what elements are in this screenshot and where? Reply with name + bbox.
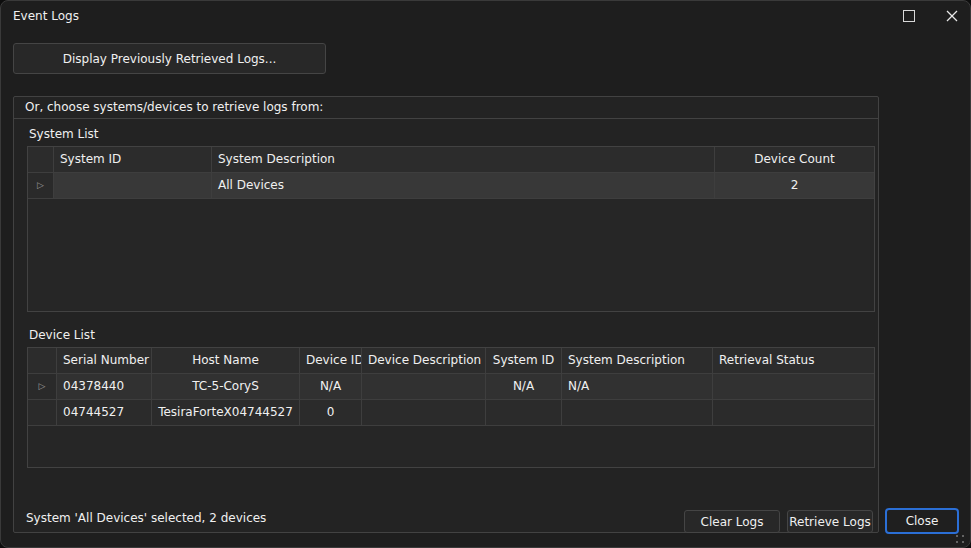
serial-number-cell[interactable]: 04378440	[57, 374, 152, 400]
system-col-device-count[interactable]: Device Count	[715, 147, 874, 173]
choose-systems-groupbox: Or, choose systems/devices to retrieve l…	[13, 96, 879, 533]
device-col-retrieval-status[interactable]: Retrieval Status	[713, 348, 874, 374]
system-list-label: System List	[29, 127, 99, 141]
device-col-device-id[interactable]: Device ID	[300, 348, 362, 374]
system-list-header-row: System ID System Description Device Coun…	[28, 147, 874, 173]
table-row[interactable]: ▷ 04378440 TC-5-CoryS N/A N/A N/A	[28, 374, 874, 400]
system-col-system-description[interactable]: System Description	[212, 147, 715, 173]
clear-logs-button[interactable]: Clear Logs	[684, 510, 780, 533]
resize-grip[interactable]	[956, 535, 964, 543]
retrieval-status-cell[interactable]	[713, 400, 874, 426]
device-col-device-description[interactable]: Device Description	[362, 348, 486, 374]
retrieval-status-cell[interactable]	[713, 374, 874, 400]
system-id-cell[interactable]: N/A	[486, 374, 562, 400]
device-expander-header	[28, 348, 57, 374]
system-description-cell[interactable]: All Devices	[212, 173, 715, 199]
close-icon	[946, 10, 958, 22]
grip-dots-icon	[956, 535, 958, 537]
system-list-table: System ID System Description Device Coun…	[27, 146, 875, 312]
system-col-system-id[interactable]: System ID	[54, 147, 212, 173]
system-description-cell[interactable]	[562, 400, 713, 426]
host-name-cell[interactable]: TC-5-CoryS	[152, 374, 300, 400]
window-title: Event Logs	[13, 8, 79, 24]
device-count-cell[interactable]: 2	[715, 173, 874, 199]
expand-arrow-icon[interactable]: ▷	[28, 173, 54, 199]
device-list-table: Serial Number Host Name Device ID Device…	[27, 347, 875, 468]
groupbox-title: Or, choose systems/devices to retrieve l…	[14, 97, 878, 119]
device-col-system-id[interactable]: System ID	[486, 348, 562, 374]
device-list-header-row: Serial Number Host Name Device ID Device…	[28, 348, 874, 374]
device-id-cell[interactable]: N/A	[300, 374, 362, 400]
serial-number-cell[interactable]: 04744527	[57, 400, 152, 426]
device-col-host-name[interactable]: Host Name	[152, 348, 300, 374]
maximize-icon	[903, 10, 915, 22]
event-logs-dialog: Event Logs Display Previously Retrieved …	[0, 0, 971, 548]
table-row[interactable]: ▷ All Devices 2	[28, 173, 874, 199]
device-description-cell[interactable]	[362, 374, 486, 400]
host-name-cell[interactable]: TesiraForteX04744527	[152, 400, 300, 426]
close-window-button[interactable]	[937, 5, 967, 27]
device-list-label: Device List	[29, 328, 95, 342]
device-id-cell[interactable]: 0	[300, 400, 362, 426]
device-description-cell[interactable]	[362, 400, 486, 426]
selection-status-text: System 'All Devices' selected, 2 devices	[26, 510, 266, 526]
display-previous-logs-button[interactable]: Display Previously Retrieved Logs...	[13, 43, 326, 74]
system-id-cell[interactable]	[54, 173, 212, 199]
maximize-button[interactable]	[894, 5, 924, 27]
retrieve-logs-button[interactable]: Retrieve Logs	[787, 510, 873, 533]
device-col-system-description[interactable]: System Description	[562, 348, 713, 374]
close-button[interactable]: Close	[885, 508, 959, 534]
device-col-serial-number[interactable]: Serial Number	[57, 348, 152, 374]
system-id-cell[interactable]	[486, 400, 562, 426]
expander-cell[interactable]	[28, 400, 57, 426]
table-row[interactable]: 04744527 TesiraForteX04744527 0	[28, 400, 874, 426]
system-description-cell[interactable]: N/A	[562, 374, 713, 400]
expand-arrow-icon[interactable]: ▷	[28, 374, 57, 400]
system-expander-header	[28, 147, 54, 173]
